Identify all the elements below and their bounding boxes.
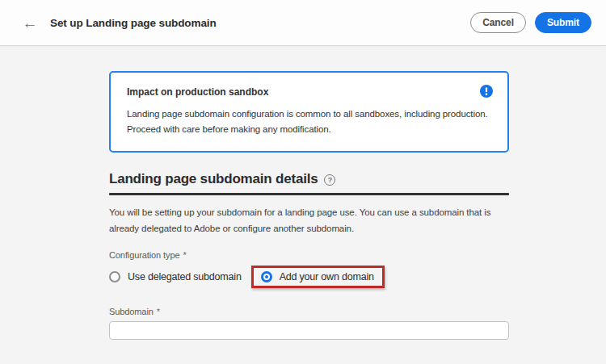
submit-button[interactable]: Submit (535, 12, 591, 33)
section-description: You will be setting up your subdomain fo… (109, 204, 509, 236)
alert-title: Impact on production sandbox (127, 85, 268, 98)
radio-option-label: Add your own domain (280, 271, 374, 282)
red-highlight-annotation: Add your own domain (251, 266, 385, 288)
alert-body-text: Landing page subdomain configuration is … (127, 107, 493, 137)
required-asterisk: * (157, 307, 160, 316)
configuration-type-label: Configuration type* (109, 250, 509, 260)
radio-selected-icon[interactable] (261, 271, 272, 282)
section-divider (109, 193, 509, 195)
subdomain-field: Subdomain* (109, 307, 509, 340)
header: ← Set up Landing page subdomain Cancel S… (0, 0, 606, 46)
configuration-type-field: Configuration type* Use delegated subdom… (109, 250, 509, 288)
radio-option-use-delegated-subdomain[interactable]: Use delegated subdomain (109, 271, 242, 282)
radio-option-add-your-own-domain[interactable]: Add your own domain (261, 271, 374, 282)
section-header: Landing page subdomain details ? (109, 171, 509, 195)
subdomain-input[interactable] (109, 321, 509, 340)
alert-header: Impact on production sandbox (127, 85, 493, 98)
cancel-button[interactable]: Cancel (470, 12, 526, 33)
production-impact-alert: Impact on production sandbox Landing pag… (109, 71, 509, 153)
radio-option-label: Use delegated subdomain (128, 271, 242, 282)
main-content: Impact on production sandbox Landing pag… (109, 46, 509, 340)
configuration-type-radio-group: Use delegated subdomain Add your own dom… (109, 266, 509, 288)
back-arrow-icon[interactable]: ← (19, 12, 40, 33)
required-asterisk: * (183, 250, 186, 260)
info-alert-icon (480, 85, 493, 98)
subdomain-label: Subdomain* (109, 307, 509, 316)
header-actions: Cancel Submit (470, 12, 591, 33)
page-title: Set up Landing page subdomain (50, 17, 217, 29)
help-icon[interactable]: ? (324, 174, 335, 186)
subdomain-label-text: Subdomain (109, 307, 154, 316)
radio-unselected-icon[interactable] (109, 271, 120, 282)
configuration-type-label-text: Configuration type (109, 250, 179, 260)
setup-landing-page-subdomain-screen: ← Set up Landing page subdomain Cancel S… (0, 0, 606, 364)
section-title: Landing page subdomain details (109, 171, 318, 187)
